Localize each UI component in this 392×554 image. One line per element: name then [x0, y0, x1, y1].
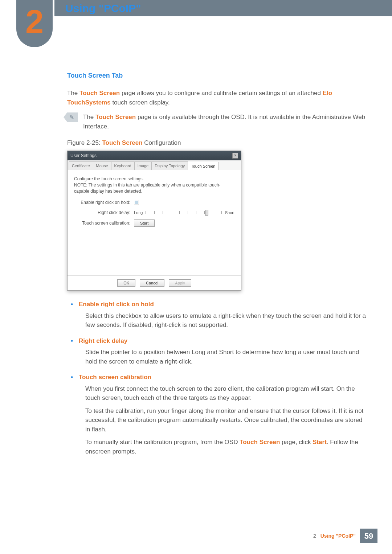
footer-chapter-title: Using "PCoIP": [320, 532, 356, 540]
tab-image[interactable]: Image: [134, 161, 152, 170]
dialog-tabs: Certificate Mouse Keyboard Image Display…: [68, 160, 241, 171]
feature-body: Select this checkbox to allow users to e…: [79, 311, 367, 330]
feature-body: Slide the pointer to a position between …: [79, 348, 367, 366]
text: The: [83, 114, 95, 120]
feature-title: Enable right click on hold: [79, 300, 367, 309]
chapter-title: Using "PCoIP": [65, 0, 141, 16]
touch-screen-label: Touch Screen: [102, 139, 142, 146]
chapter-badge: 2: [16, 0, 53, 47]
close-button[interactable]: ×: [232, 153, 238, 159]
figure-caption: Figure 2-25: Touch Screen Configuration: [67, 138, 367, 148]
slider-short-label: Short: [225, 210, 234, 216]
text: The: [67, 90, 79, 97]
right-click-delay-label: Right click delay:: [74, 209, 134, 216]
cancel-button[interactable]: Cancel: [140, 279, 164, 287]
calibration-label: Touch screen calibration:: [74, 220, 134, 226]
page-footer: 2 Using "PCoIP" 59: [313, 529, 377, 543]
tab-keyboard[interactable]: Keyboard: [111, 161, 135, 170]
delay-slider-wrap: Long Short: [134, 210, 234, 216]
row-calibration: Touch screen calibration: Start: [74, 219, 234, 227]
slider-long-label: Long: [134, 210, 143, 216]
apply-button[interactable]: Apply: [169, 279, 191, 287]
text: page, click: [280, 439, 313, 446]
text: Figure 2-25:: [67, 139, 102, 146]
enable-right-click-label: Enable right click on hold:: [74, 199, 134, 206]
intro-para: The Touch Screen page allows you to conf…: [67, 89, 367, 107]
dialog-body: Configure the touch screen settings. NOT…: [68, 170, 241, 275]
ok-button[interactable]: OK: [117, 279, 135, 287]
slider-thumb[interactable]: [205, 210, 208, 216]
feature-body: When you first connect the touch screen …: [79, 384, 367, 456]
user-settings-dialog: User Settings × Certificate Mouse Keyboa…: [67, 151, 241, 291]
section-title: Touch Screen Tab: [67, 71, 367, 81]
feature-enable-right-click: Enable right click on hold Select this c…: [71, 300, 367, 330]
tab-touch-screen[interactable]: Touch Screen: [188, 162, 219, 171]
touch-screen-label: Touch Screen: [240, 439, 280, 446]
feature-title: Touch screen calibration: [79, 373, 367, 382]
dialog-title-text: User Settings: [70, 152, 97, 159]
start-label: Start: [313, 439, 327, 446]
touch-screen-label: Touch Screen: [95, 114, 136, 120]
dialog-footer: OK Cancel Apply: [68, 275, 241, 290]
header-bar: Using "PCoIP": [54, 0, 392, 16]
feature-para: When you first connect the touch screen …: [85, 384, 367, 403]
feature-list: Enable right click on hold Select this c…: [67, 300, 367, 456]
text: To manually start the calibration progra…: [85, 439, 240, 446]
enable-right-click-checkbox[interactable]: [134, 200, 139, 205]
note-text: The Touch Screen page is only available …: [83, 112, 367, 131]
tab-certificate[interactable]: Certificate: [69, 161, 93, 170]
page-content: Touch Screen Tab The Touch Screen page a…: [67, 71, 367, 456]
row-enable-right-click: Enable right click on hold:: [74, 199, 234, 206]
feature-para-final: To manually start the calibration progra…: [85, 438, 367, 456]
start-button[interactable]: Start: [134, 219, 155, 227]
feature-title: Right click delay: [79, 336, 367, 346]
row-right-click-delay: Right click delay: Long Short: [74, 209, 234, 216]
dialog-titlebar: User Settings ×: [68, 151, 241, 160]
feature-touch-screen-calibration: Touch screen calibration When you first …: [71, 373, 367, 456]
note-icon: [67, 112, 78, 122]
dialog-body-text: Configure the touch screen settings. NOT…: [74, 176, 234, 194]
feature-para: Select this checkbox to allow users to e…: [85, 311, 367, 330]
touch-screen-label: Touch Screen: [79, 90, 120, 97]
footer-chapter-number: 2: [313, 532, 316, 540]
tab-mouse[interactable]: Mouse: [93, 161, 111, 170]
delay-slider[interactable]: [146, 212, 222, 213]
feature-para: To test the calibration, run your finger…: [85, 406, 367, 434]
text: page allows you to configure and calibra…: [120, 90, 323, 97]
tab-display-topology[interactable]: Display Topology: [151, 161, 188, 170]
chapter-number: 2: [25, 5, 44, 38]
text: touch screen display.: [111, 99, 170, 106]
feature-para: Slide the pointer to a position between …: [85, 348, 367, 366]
text: Configuration: [143, 139, 181, 146]
feature-right-click-delay: Right click delay Slide the pointer to a…: [71, 336, 367, 366]
note-block: The Touch Screen page is only available …: [67, 112, 367, 131]
page-number: 59: [360, 529, 377, 543]
